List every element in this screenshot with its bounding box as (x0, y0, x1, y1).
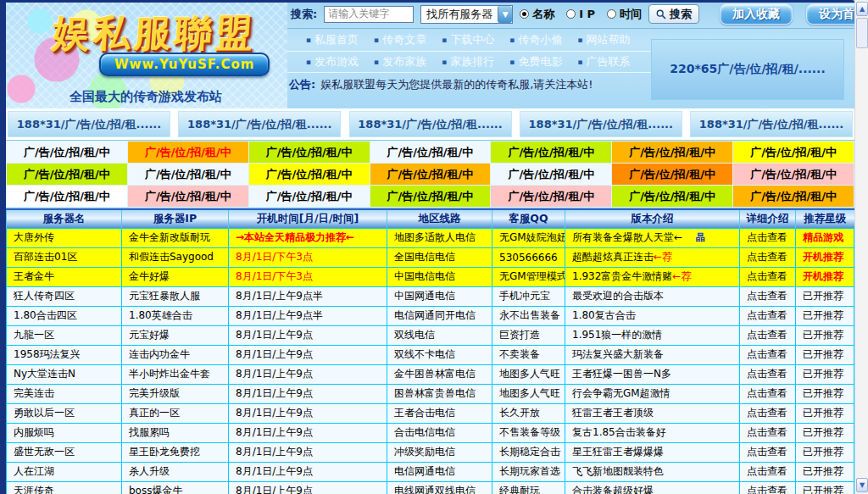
search-radio-3[interactable]: 时间 (607, 7, 642, 22)
cell-detail[interactable]: 点击查看 (740, 228, 796, 247)
ad-grid-cell-10[interactable]: 广/告/位/招/租/中 (249, 164, 370, 185)
cell-name[interactable]: 人在江湖 (7, 462, 122, 481)
cell-name[interactable]: 完美连击 (7, 384, 122, 403)
search-radio-2[interactable]: I P (566, 7, 595, 22)
table-row: 勇敢以后一区真正的一区8月/1日/上午9点王者合击电信长久开放狂雷王者王者顶级点… (7, 403, 854, 423)
cell-detail[interactable]: 点击查看 (740, 442, 796, 462)
scrollbar-up-icon[interactable]: ▲ (856, 2, 868, 16)
ad-grid-cell-13[interactable]: 广/告/位/招/租/中 (612, 164, 732, 185)
cell-detail[interactable]: 点击查看 (740, 325, 796, 345)
ad-grid-cell-2[interactable]: 广/告/位/招/租/中 (128, 142, 248, 163)
server-select[interactable]: 找所有服务器 ▼ (420, 5, 513, 24)
bullet-icon: ▪ (442, 58, 447, 66)
cell-qq: 530566666 (492, 247, 565, 267)
add-favorite-button[interactable]: 加入收藏 (720, 3, 793, 25)
radio-icon[interactable] (520, 9, 529, 19)
search-button[interactable]: 搜索 (648, 4, 699, 24)
cell-name[interactable]: 勇敢以后一区 (7, 403, 122, 423)
cell-time: 8月/1日/上午9点 (229, 442, 387, 462)
ad-grid-cell-19[interactable]: 广/告/位/招/租/中 (491, 186, 611, 207)
ad-grid-cell-20[interactable]: 广/告/位/招/租/中 (612, 186, 732, 207)
cell-name[interactable]: 王者金牛 (7, 267, 122, 286)
ad-grid-cell-5[interactable]: 广/告/位/招/租/中 (491, 142, 611, 163)
cell-detail[interactable]: 点击查看 (740, 423, 796, 442)
ad-grid-cell-18[interactable]: 广/告/位/招/租/中 (370, 186, 491, 207)
cell-name[interactable]: 内服烦吗 (7, 423, 122, 442)
bullet-icon: ▪ (374, 58, 379, 66)
nav-item-nav_row1-5[interactable]: ▪网站帮助 (577, 32, 630, 47)
cell-name[interactable]: 盛世无敌一区 (7, 442, 122, 462)
version-text: 星王狂雷王者爆爆爆 (572, 446, 664, 458)
nav-item-nav_row2-4[interactable]: ▪免费电影 (509, 54, 562, 69)
cell-name[interactable]: 狂人传奇四区 (7, 286, 122, 306)
scrollbar-thumb[interactable] (856, 18, 868, 48)
banner-ad-3[interactable]: 188*31/广/告/位/招/租...... (349, 111, 512, 137)
banner-ad-5[interactable]: 188*31/广/告/位/招/租...... (690, 111, 853, 137)
cell-detail[interactable]: 点击查看 (740, 384, 796, 403)
cell-detail[interactable]: 点击查看 (740, 462, 796, 481)
search-radio-1[interactable]: 名称 (520, 7, 554, 22)
ad-grid-cell-4[interactable]: 广/告/位/招/租/中 (370, 142, 491, 163)
cell-detail[interactable]: 点击查看 (740, 267, 796, 286)
ad-box-220x65[interactable]: 220*65广/告/位/招/租/...... (651, 39, 844, 100)
cell-detail[interactable]: 点击查看 (740, 306, 796, 325)
ad-grid-cell-1[interactable]: 广/告/位/招/租/中 (7, 142, 127, 163)
cell-name[interactable]: Ny大堂连击N (7, 364, 122, 384)
version-text: 所有装备全爆散人天堂← (572, 231, 682, 243)
table-row: 1.80合击四区1.80英雄合击8月/1日/上午9点半电信网通同开电信永不出售装… (7, 306, 854, 325)
ad-grid-cell-17[interactable]: 广/告/位/招/租/中 (249, 186, 370, 207)
version-text: 超酷超炫真正连击 (572, 251, 654, 263)
cell-detail[interactable]: 点击查看 (740, 345, 796, 364)
ad-grid-cell-6[interactable]: 广/告/位/招/租/中 (612, 142, 732, 163)
cell-name[interactable]: 天涯传奇 (7, 481, 122, 494)
ad-grid-cell-14[interactable]: 广/告/位/招/租/中 (733, 164, 854, 185)
logo-area: 娱私服聯盟 Www.YuYuSF.Com 全国最大的传奇游戏发布站 (6, 0, 287, 108)
ad-grid-cell-15[interactable]: 广/告/位/招/租/中 (7, 186, 127, 207)
nav-item-nav_row2-2[interactable]: ▪发布家族 (374, 54, 426, 69)
cell-detail[interactable]: 点击查看 (740, 286, 796, 306)
ad-grid-cell-21[interactable]: 广/告/位/招/租/中 (733, 186, 854, 207)
cell-name[interactable]: 九龍一区 (7, 325, 122, 345)
column-header-2: 服务器IP (122, 209, 229, 228)
search-button-label: 搜索 (670, 7, 692, 22)
ad-grid-cell-7[interactable]: 广/告/位/招/租/中 (733, 142, 854, 163)
cell-qq: 长久开放 (492, 403, 565, 423)
cell-name[interactable]: 1958玛法复兴 (7, 345, 122, 364)
cell-detail[interactable]: 点击查看 (740, 481, 796, 494)
nav-item-nav_row1-1[interactable]: ▪私服首页 (306, 32, 359, 47)
ad-grid-cell-12[interactable]: 广/告/位/招/租/中 (491, 164, 611, 185)
banner-ad-4[interactable]: 188*31/广/告/位/招/租...... (520, 111, 682, 137)
radio-icon[interactable] (607, 9, 616, 19)
search-input[interactable] (324, 6, 414, 23)
nav-item-nav_row2-1[interactable]: ▪发布游戏 (306, 54, 359, 69)
scrollbar-down-icon[interactable]: ▼ (856, 478, 868, 492)
ad-grid-cell-3[interactable]: 广/告/位/招/租/中 (249, 142, 370, 163)
nav-item-nav_row2-3[interactable]: ▪家族排行 (442, 54, 494, 69)
table-row: 人在江湖杀人升级8月/1日/上午9点电信网通电信长期玩家首选飞飞新地图靓装特色点… (7, 462, 854, 481)
cell-detail[interactable]: 点击查看 (740, 247, 796, 267)
nav-item-nav_row1-2[interactable]: ▪传奇文章 (374, 32, 426, 47)
search-bar: 搜索: 找所有服务器 ▼ 名称I P时间 搜索 (287, 0, 854, 29)
cell-name[interactable]: 百部连击01区 (7, 247, 122, 267)
cell-region: 冲级奖励电信 (387, 442, 492, 462)
bullet-icon: ▪ (306, 36, 311, 44)
cell-qq: 不卖装备 (492, 345, 565, 364)
cell-name[interactable]: 大唐外传 (7, 228, 122, 247)
ad-grid-cell-16[interactable]: 广/告/位/招/租/中 (128, 186, 248, 207)
vertical-scrollbar[interactable]: ▲ ▼ (854, 0, 868, 494)
radio-label: I P (579, 8, 595, 20)
chevron-down-icon[interactable]: ▼ (498, 6, 512, 23)
banner-ad-2[interactable]: 188*31/广/告/位/招/租...... (178, 111, 341, 137)
ad-grid-cell-11[interactable]: 广/告/位/招/租/中 (370, 164, 491, 185)
cell-detail[interactable]: 点击查看 (740, 403, 796, 423)
cell-detail[interactable]: 点击查看 (740, 364, 796, 384)
banner-ad-1[interactable]: 188*31/广/告/位/招/租...... (8, 111, 170, 137)
radio-icon[interactable] (566, 9, 576, 19)
ad-grid-cell-8[interactable]: 广/告/位/招/租/中 (7, 164, 127, 185)
ad-grid-cell-9[interactable]: 广/告/位/招/租/中 (128, 164, 248, 185)
cell-name[interactable]: 1.80合击四区 (7, 306, 122, 325)
nav-item-nav_row1-3[interactable]: ▪下载中心 (442, 32, 494, 47)
nav-item-nav_row2-5[interactable]: ▪广告联系 (577, 54, 630, 69)
notice-label: 公告: (289, 77, 315, 92)
nav-item-nav_row1-4[interactable]: ▪传奇小偷 (509, 32, 562, 47)
